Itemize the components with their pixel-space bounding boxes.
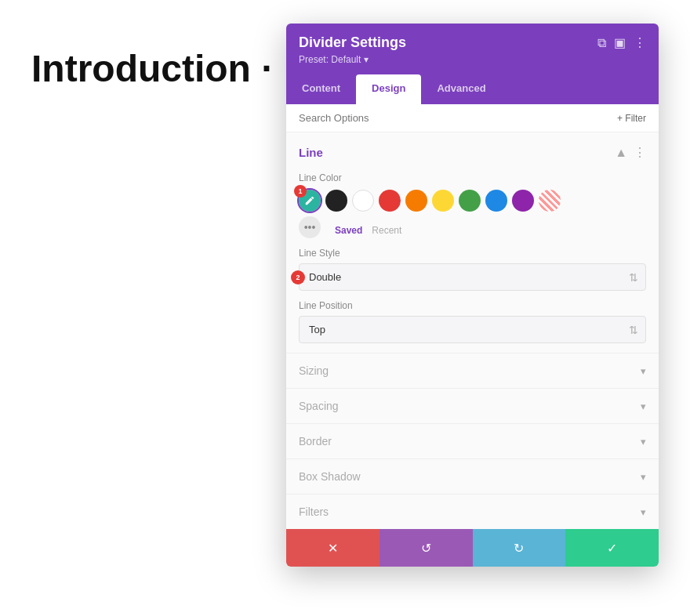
color-tabs: Saved Recent — [335, 225, 401, 236]
section-collapse-icon[interactable]: ▲ — [615, 146, 627, 160]
box-shadow-section[interactable]: Box Shadow ▾ — [286, 458, 659, 494]
spacing-section[interactable]: Spacing ▾ — [286, 388, 659, 423]
border-section[interactable]: Border ▾ — [286, 423, 659, 458]
more-icon[interactable]: ⋮ — [634, 35, 646, 50]
panel-title: Divider Settings — [299, 34, 406, 51]
panel-header-icons: ⧉ ▣ ⋮ — [597, 35, 646, 50]
box-shadow-chevron-icon: ▾ — [641, 471, 646, 483]
line-style-select[interactable]: Solid Dashed Dotted Double — [299, 263, 646, 291]
line-style-select-wrapper: 2 Solid Dashed Dotted Double ⇅ — [299, 263, 646, 291]
color-swatch-striped[interactable] — [539, 190, 561, 212]
line-style-label: Line Style — [299, 248, 646, 259]
color-swatch-green[interactable] — [459, 190, 481, 212]
spacing-label: Spacing — [299, 400, 339, 412]
tab-design[interactable]: Design — [356, 74, 421, 104]
color-swatch-black[interactable] — [325, 190, 347, 212]
line-section-title: Line — [299, 146, 323, 159]
color-swatch-row: 1 — [299, 190, 646, 212]
section-controls: ▲ ⋮ — [615, 145, 646, 160]
line-position-select[interactable]: Top Center Bottom — [299, 316, 646, 343]
copy-icon[interactable]: ⧉ — [597, 36, 606, 50]
sizing-chevron-icon: ▾ — [641, 365, 646, 377]
badge-1: 1 — [294, 185, 307, 197]
line-section-header: Line ▲ ⋮ — [286, 132, 659, 166]
line-color-field: Line Color 1 — [286, 166, 659, 245]
undo-button[interactable]: ↺ — [380, 529, 473, 567]
panel-body: Line ▲ ⋮ Line Color 1 — [286, 132, 659, 529]
line-style-field: Line Style 2 Solid Dashed Dotted Double … — [299, 248, 646, 291]
panel-footer: ✕ ↺ ↻ ✓ — [286, 529, 659, 567]
redo-button[interactable]: ↻ — [473, 529, 566, 567]
color-swatch-orange[interactable] — [405, 190, 427, 212]
panel-preset[interactable]: Preset: Default ▾ — [299, 54, 646, 65]
color-swatch-white[interactable] — [352, 190, 374, 212]
divider-settings-panel: Divider Settings ⧉ ▣ ⋮ Preset: Default ▾… — [286, 24, 659, 567]
panel-header: Divider Settings ⧉ ▣ ⋮ Preset: Default ▾ — [286, 24, 659, 74]
color-swatch-yellow[interactable] — [432, 190, 454, 212]
border-label: Border — [299, 435, 332, 448]
line-position-label: Line Position — [299, 300, 646, 311]
sizing-section[interactable]: Sizing ▾ — [286, 353, 659, 388]
panel-header-top: Divider Settings ⧉ ▣ ⋮ — [299, 34, 646, 51]
cancel-button[interactable]: ✕ — [286, 529, 380, 567]
color-tab-recent[interactable]: Recent — [372, 225, 401, 236]
color-swatch-red[interactable] — [379, 190, 401, 212]
border-chevron-icon: ▾ — [641, 436, 646, 448]
save-button[interactable]: ✓ — [565, 529, 659, 567]
color-tab-saved[interactable]: Saved — [335, 225, 362, 236]
filters-chevron-icon: ▾ — [641, 506, 646, 518]
filters-label: Filters — [299, 505, 329, 518]
color-swatch-purple[interactable] — [512, 190, 534, 212]
panel-tabs: Content Design Advanced — [286, 74, 659, 104]
spacing-chevron-icon: ▾ — [641, 400, 646, 412]
badge-2: 2 — [291, 270, 305, 284]
layout-icon[interactable]: ▣ — [614, 35, 626, 50]
sizing-label: Sizing — [299, 364, 329, 377]
line-position-field: Line Position Top Center Bottom ⇅ — [299, 300, 646, 343]
filters-section[interactable]: Filters ▾ — [286, 494, 659, 529]
box-shadow-label: Box Shadow — [299, 470, 361, 483]
filter-button[interactable]: + Filter — [617, 113, 646, 124]
panel-search-bar: + Filter — [286, 104, 659, 132]
line-color-label: Line Color — [299, 172, 646, 183]
tab-content[interactable]: Content — [286, 74, 356, 104]
line-position-select-wrapper: Top Center Bottom ⇅ — [299, 316, 646, 343]
color-swatch-teal[interactable]: 1 — [299, 190, 321, 212]
pencil-icon — [304, 195, 315, 206]
tab-advanced[interactable]: Advanced — [421, 74, 501, 104]
page-title: Introduction · — [31, 47, 272, 90]
color-swatch-blue[interactable] — [485, 190, 507, 212]
search-input[interactable] — [299, 112, 617, 124]
section-more-icon[interactable]: ⋮ — [634, 145, 646, 160]
color-more-button[interactable]: ••• — [299, 216, 321, 238]
